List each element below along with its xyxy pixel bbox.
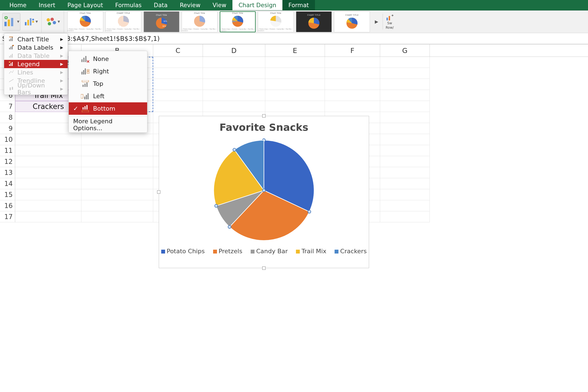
cell[interactable] [203,79,265,90]
tab-review[interactable]: Review [174,0,206,10]
resize-handle[interactable] [262,266,266,270]
formula-bar[interactable]: SERIES(,Sheet1!$A$3:$A$7,Sheet1!$B$3:$B$… [0,33,588,44]
legend-item[interactable]: Candy Bar [251,248,288,255]
cell[interactable] [380,189,430,200]
cell[interactable] [380,90,430,101]
cell[interactable] [325,90,380,101]
row-header[interactable]: 9 [0,123,15,134]
col-header-G[interactable]: G [380,44,430,57]
cell[interactable] [203,68,265,79]
cell[interactable] [325,57,380,68]
cell[interactable] [15,156,81,167]
cell[interactable] [81,189,153,200]
row-header[interactable]: 8 [0,112,15,123]
cell[interactable] [265,79,325,90]
cell[interactable] [203,90,265,101]
cell[interactable] [265,90,325,101]
cell[interactable] [153,57,203,68]
legend-option-right[interactable]: Right [69,65,147,78]
quick-layout-button[interactable]: ▼ [23,13,39,31]
chart-style-7[interactable]: CHART TITLE [296,11,332,32]
cell[interactable] [380,178,430,189]
cell[interactable] [380,167,430,178]
chart-style-4[interactable]: Chart Title • Potato Chips • Pretzels • … [182,11,218,32]
legend-option-top[interactable]: Top [69,78,147,90]
cell[interactable] [325,68,380,79]
cell[interactable] [380,79,430,90]
tab-page-layout[interactable]: Page Layout [61,0,109,10]
cell[interactable] [380,101,430,112]
menu-item-data-labels[interactable]: Data Labels▶ [4,43,68,52]
cell[interactable] [15,200,81,211]
row-header[interactable]: 16 [0,200,15,211]
chart-style-3[interactable]: Chart Title 32%30% [144,11,179,32]
tab-view[interactable]: View [206,0,232,10]
cell[interactable] [203,101,265,112]
resize-handle[interactable] [262,114,266,118]
gallery-more-button[interactable]: ▶ [373,13,380,31]
menu-item-chart-title[interactable]: Chart Title▶ [4,35,68,43]
row-header[interactable]: 13 [0,167,15,178]
tab-format[interactable]: Format [282,0,315,10]
cell[interactable] [380,134,430,145]
col-header-E[interactable]: E [265,44,325,57]
legend-option-more[interactable]: More Legend Options... [69,118,147,131]
cell[interactable] [15,211,81,222]
chart-style-6[interactable]: Chart Title • Potato Chips • Pretzels • … [258,11,294,32]
tab-chart-design[interactable]: Chart Design [232,0,282,10]
cell[interactable] [380,68,430,79]
cell[interactable] [203,57,265,68]
row-header[interactable]: 15 [0,189,15,200]
tab-data[interactable]: Data [148,0,174,10]
chart-legend[interactable]: Potato Chips Pretzels Candy Bar Trail Mi… [159,248,369,255]
legend-option-none[interactable]: None [69,53,147,65]
cell[interactable] [81,156,153,167]
row-header[interactable]: 12 [0,156,15,167]
cell[interactable] [153,90,203,101]
chart-style-5[interactable]: Chart Title • Potato Chips • Pretzels • … [220,11,256,32]
legend-item[interactable]: Potato Chips [161,248,205,255]
legend-option-left[interactable]: Left [69,90,147,102]
switch-row-column-button[interactable]: Sw Row/ [383,14,394,29]
cell[interactable] [380,200,430,211]
cell[interactable] [81,211,153,222]
change-colors-button[interactable]: ▼ [44,13,61,31]
pie-chart[interactable] [209,135,319,246]
cell[interactable] [15,145,81,156]
cell[interactable] [265,68,325,79]
col-header-D[interactable]: D [203,44,265,57]
col-header-F[interactable]: F [325,44,380,57]
cell[interactable] [81,145,153,156]
col-header-C[interactable]: C [153,44,203,57]
row-header[interactable]: 14 [0,178,15,189]
legend-item[interactable]: Trail Mix [296,248,326,255]
cell[interactable] [81,134,153,145]
add-chart-element-button[interactable]: ▼ [2,13,20,31]
cell[interactable] [153,68,203,79]
cell[interactable] [153,79,203,90]
tab-insert[interactable]: Insert [33,0,61,10]
row-header[interactable]: 11 [0,145,15,156]
cell[interactable] [380,211,430,222]
cell[interactable] [15,178,81,189]
cell[interactable] [153,101,203,112]
legend-option-bottom[interactable]: ✓ Bottom [69,102,147,115]
legend-item[interactable]: Crackers [335,248,367,255]
tab-home[interactable]: Home [3,0,33,10]
cell[interactable] [15,167,81,178]
cell[interactable] [380,145,430,156]
cell[interactable] [265,101,325,112]
chart-object[interactable]: Favorite Snacks Potato Chips Pretzels Ca… [159,116,369,268]
chart-title[interactable]: Favorite Snacks [159,116,369,133]
chart-style-1[interactable]: Chart Title • Potato Chips • Pretzels • … [67,11,103,32]
cell[interactable] [380,112,430,123]
row-header[interactable]: 17 [0,211,15,222]
cell[interactable] [15,134,81,145]
cell[interactable] [81,178,153,189]
tab-formulas[interactable]: Formulas [109,0,148,10]
cell[interactable] [380,57,430,68]
row-header[interactable]: 10 [0,134,15,145]
cell[interactable] [81,167,153,178]
cell[interactable] [325,101,380,112]
chart-style-2[interactable]: CHART TITLE • Potato Chips • Pretzels • … [105,11,141,32]
